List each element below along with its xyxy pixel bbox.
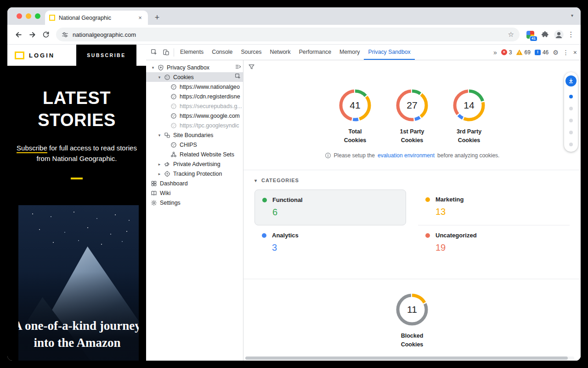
tree-item-private-advertising[interactable]: ▸Private Advertising bbox=[146, 159, 243, 169]
tree-item-site-boundaries[interactable]: ▾Site Boundaries bbox=[146, 130, 243, 140]
close-window-button[interactable] bbox=[17, 13, 22, 19]
tree-item-dashboard[interactable]: Dashboard bbox=[146, 178, 243, 188]
tree-item-tracking-protection[interactable]: ▸Tracking Protection bbox=[146, 169, 243, 178]
devtools-kebab-icon[interactable]: ⋮ bbox=[563, 49, 569, 56]
reload-button[interactable] bbox=[40, 28, 52, 41]
site-settings-tune-icon[interactable] bbox=[62, 31, 68, 38]
donut-total-cookies: 41 Total Cookies bbox=[331, 88, 379, 145]
tree-item-https-securepubads-g[interactable]: https://securepubads.g... bbox=[146, 101, 243, 111]
privacy-sandbox-main: 41 Total Cookies 27 bbox=[243, 60, 581, 361]
subscribe-link[interactable]: Subscribe bbox=[17, 144, 47, 153]
devtools-tab-network[interactable]: Network bbox=[266, 45, 295, 60]
filter-funnel-icon[interactable] bbox=[248, 63, 255, 70]
back-button[interactable] bbox=[12, 28, 25, 41]
info-icon bbox=[325, 152, 331, 159]
more-tabs-icon[interactable]: » bbox=[493, 49, 497, 56]
forward-button[interactable] bbox=[26, 28, 39, 41]
reload-icon bbox=[42, 31, 50, 38]
devtools-panel: ElementsConsoleSourcesNetworkPerformance… bbox=[146, 45, 581, 361]
issues-count[interactable]: ! 46 bbox=[535, 49, 548, 56]
donut-label: 1st Party Cookies bbox=[388, 127, 436, 145]
blocked-cookies-section: 11 Blocked Cookies bbox=[243, 279, 581, 349]
tree-item-https-tpc-googlesyndic[interactable]: https://tpc.googlesyndic bbox=[146, 121, 243, 130]
tree-item-related-website-sets[interactable]: Related Website Sets bbox=[146, 150, 243, 159]
devtools-tab-elements[interactable]: Elements bbox=[176, 45, 208, 60]
hero-headline: LATEST STORIES bbox=[7, 87, 146, 131]
warning-count[interactable]: ! 69 bbox=[516, 49, 531, 56]
devtools-tab-performance[interactable]: Performance bbox=[295, 45, 335, 60]
devtools-tab-console[interactable]: Console bbox=[208, 45, 237, 60]
scrollbar-thumb[interactable] bbox=[245, 356, 568, 360]
devtools-tab-memory[interactable]: Memory bbox=[335, 45, 364, 60]
triangle-closed-icon[interactable]: ▸ bbox=[157, 172, 162, 176]
browser-tab[interactable]: National Geographic × bbox=[45, 11, 148, 25]
triangle-open-icon[interactable]: ▾ bbox=[151, 65, 155, 70]
extension-badge: 41 bbox=[530, 36, 537, 41]
bookmark-star-icon[interactable]: ☆ bbox=[508, 30, 514, 39]
tree-item-https-cdn-registerdisne[interactable]: https://cdn.registerdisne bbox=[146, 92, 243, 101]
tree-item-cookies[interactable]: ▾Cookies bbox=[146, 72, 243, 82]
psat-extension-icon[interactable]: 41 bbox=[526, 31, 534, 39]
inspect-element-button[interactable] bbox=[148, 45, 160, 60]
triangle-open-icon[interactable]: ▾ bbox=[157, 133, 162, 138]
new-tab-button[interactable]: + bbox=[151, 11, 164, 24]
evaluation-environment-link[interactable]: evaluation environment bbox=[378, 152, 435, 159]
devtools-tab-sources[interactable]: Sources bbox=[237, 45, 266, 60]
donut-label-line: Cookies bbox=[331, 136, 379, 145]
devtools-close-icon[interactable]: × bbox=[573, 49, 577, 56]
tab-close-icon[interactable]: × bbox=[136, 14, 144, 22]
panel-icon[interactable] bbox=[235, 63, 243, 71]
profile-avatar[interactable] bbox=[552, 28, 565, 41]
tree-item-https-www-google-com[interactable]: https://www.google.com bbox=[146, 111, 243, 121]
private-advertising-icon bbox=[164, 161, 171, 167]
download-report-button[interactable] bbox=[565, 75, 577, 86]
triangle-open-icon[interactable]: ▾ bbox=[157, 75, 162, 80]
devtools-toolbar: ElementsConsoleSourcesNetworkPerformance… bbox=[146, 45, 581, 60]
tab-search-chevron-icon[interactable]: ▾ bbox=[571, 13, 573, 18]
tracking-protection-icon bbox=[164, 171, 171, 177]
window-controls bbox=[17, 13, 40, 19]
site-brand[interactable]: LOGIN bbox=[7, 52, 76, 59]
rail-dot[interactable] bbox=[569, 95, 573, 98]
error-icon: × bbox=[501, 49, 507, 55]
address-bar[interactable]: nationalgeographic.com ☆ bbox=[56, 28, 520, 41]
donut-label-line: Cookies bbox=[445, 136, 493, 145]
browser-menu-kebab-icon[interactable]: ⋮ bbox=[566, 30, 576, 39]
tree-item-https-www-nationalgeo[interactable]: https://www.nationalgeo bbox=[146, 82, 243, 92]
natgeo-logo[interactable] bbox=[15, 52, 24, 59]
devtools-settings-gear-icon[interactable]: ⚙ bbox=[553, 49, 559, 56]
category-card-analytics[interactable]: Analytics 3 bbox=[254, 225, 406, 260]
rail-dot[interactable] bbox=[569, 143, 573, 146]
tree-item-label: Tracking Protection bbox=[173, 171, 222, 177]
category-card-functional[interactable]: Functional 6 bbox=[254, 190, 406, 225]
tree-item-settings[interactable]: Settings bbox=[146, 198, 243, 207]
horizontal-scrollbar[interactable] bbox=[245, 356, 574, 360]
maximize-window-button[interactable] bbox=[35, 13, 40, 19]
inspect-icon[interactable] bbox=[235, 73, 243, 81]
category-card-uncategorized[interactable]: Uncategorized 19 bbox=[418, 225, 570, 260]
categories-section: ▾ CATEGORIES Functional 6 Marketing 13 bbox=[243, 170, 581, 260]
tree-item-chips[interactable]: CHIPS bbox=[146, 140, 243, 150]
device-toolbar-button[interactable] bbox=[160, 45, 172, 60]
login-link[interactable]: LOGIN bbox=[29, 52, 55, 59]
categories-header[interactable]: ▾ CATEGORIES bbox=[243, 170, 581, 186]
categories-chevron-icon[interactable]: ▾ bbox=[254, 178, 257, 183]
subscribe-button[interactable]: SUBSCRIBE bbox=[76, 45, 136, 66]
devtools-tab-privacy-sandbox[interactable]: Privacy Sandbox bbox=[364, 45, 414, 60]
rail-dot[interactable] bbox=[569, 131, 573, 134]
minimize-window-button[interactable] bbox=[26, 13, 31, 19]
error-count[interactable]: × 3 bbox=[501, 49, 512, 56]
donut-label: Blocked Cookies bbox=[388, 332, 436, 349]
analytics-dot-icon bbox=[262, 233, 266, 238]
tree-item-privacy-sandbox[interactable]: ▾Privacy Sandbox bbox=[146, 63, 243, 72]
tree-item-label: Settings bbox=[160, 200, 181, 206]
extensions-puzzle-button[interactable] bbox=[538, 28, 551, 41]
triangle-closed-icon[interactable]: ▸ bbox=[157, 162, 162, 167]
rail-dot[interactable] bbox=[569, 107, 573, 110]
category-card-marketing[interactable]: Marketing 13 bbox=[418, 190, 570, 225]
tree-item-wiki[interactable]: Wiki bbox=[146, 188, 243, 198]
hero-photo: A one-of-a-kind journey into the Amazon bbox=[18, 205, 139, 361]
donut-label-line: 1st Party bbox=[388, 127, 436, 136]
rail-dot[interactable] bbox=[569, 119, 573, 122]
wiki-icon bbox=[151, 190, 158, 196]
